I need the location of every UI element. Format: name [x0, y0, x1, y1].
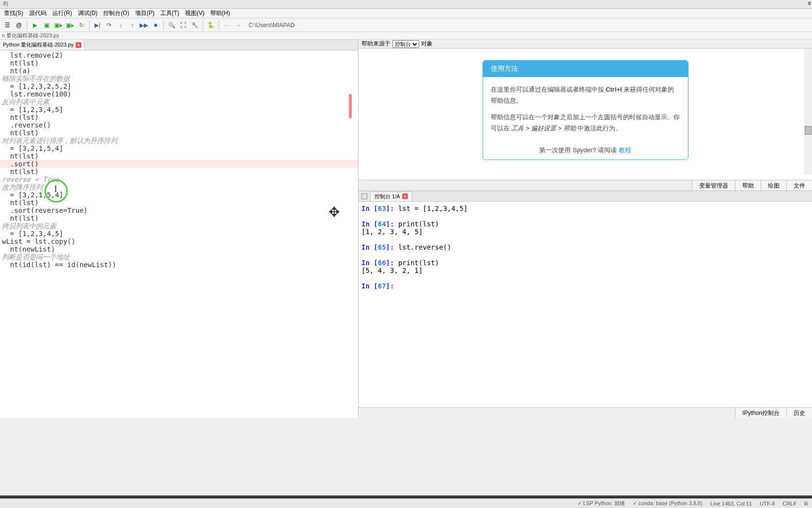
console-footer-tab[interactable]: IPython控制台 — [735, 408, 786, 418]
code-line[interactable]: 拷贝列表中的元素 — [0, 222, 358, 230]
code-line[interactable]: .sort() — [0, 160, 358, 168]
run-selection-icon[interactable]: ▣▸ — [64, 20, 75, 31]
code-line[interactable]: reverse = True — [0, 175, 358, 183]
file-breadcrumb: n 量化编程基础-2023.py — [0, 32, 812, 40]
menu-bar: 查找(S)源代码运行(R)调试(D)控制台(O)项目(P)工具(T)视图(V)帮… — [0, 9, 812, 18]
code-line[interactable]: 判断是否是同一个地址 — [0, 253, 358, 261]
editor-body[interactable]: lst.remove(2) nt(lst) nt(a)移除实际不存在的数据 = … — [0, 50, 358, 418]
text-cursor-icon: I — [54, 184, 57, 194]
editor-pane: Python 量化编程基础-2023.py × ≡ lst.remove(2) … — [0, 40, 359, 418]
help-pane-tab[interactable]: 帮助 — [735, 180, 761, 190]
console-line: In [65]: lst.reverse() — [361, 243, 809, 251]
restart-icon[interactable]: ↻ — [76, 20, 87, 31]
help-pane-tab[interactable]: 绘图 — [761, 180, 786, 190]
separator — [219, 20, 219, 30]
code-line[interactable]: = [3,2,1,5,4] — [0, 144, 358, 152]
console-tab[interactable]: 控制台 1/A × — [370, 191, 412, 201]
code-line[interactable]: nt(lst) — [0, 129, 358, 137]
console-line: In [66]: print(lst) — [361, 259, 809, 267]
menu-item[interactable]: 视图(V) — [182, 8, 207, 18]
code-line[interactable]: .reverse() — [0, 121, 358, 129]
code-line[interactable]: nt(lst) — [0, 199, 358, 206]
menu-item[interactable]: 工具(T) — [157, 8, 182, 18]
help-card-footer: 第一次使用 Spyder? 请阅读 教程 — [483, 141, 688, 159]
python-path-icon[interactable]: 🐍 — [205, 20, 216, 31]
help-body: 使用方法 在这里你可以通过在编辑器或者终端中按 Ctrl+I 来获得任何对象的帮… — [359, 48, 812, 180]
scrollbar-thumb[interactable] — [805, 126, 812, 135]
menu-item[interactable]: 调试(D) — [75, 8, 101, 18]
console-body[interactable]: In [63]: lst = [1,2,3,4,5] In [64]: prin… — [359, 202, 812, 407]
console-line — [361, 251, 809, 259]
restore-icon[interactable] — [361, 193, 367, 199]
outline-icon[interactable]: ☰ — [2, 20, 13, 31]
code-line[interactable]: 改为降序排列 — [0, 183, 358, 191]
help-source-select[interactable]: 控制台 — [392, 40, 419, 48]
code-line[interactable]: nt(lst) — [0, 59, 358, 67]
help-scrollbar[interactable] — [804, 48, 812, 175]
code-line[interactable]: = [1,2,3,4,5] — [0, 230, 358, 238]
code-line[interactable]: lst.remove(100) — [0, 90, 358, 98]
code-line[interactable]: 反向列表中元素 — [0, 98, 358, 106]
code-line[interactable]: nt(lst) — [0, 152, 358, 160]
code-line[interactable]: nt(lst) — [0, 113, 358, 121]
continue-icon[interactable]: ▶▶ — [139, 20, 149, 31]
back-icon[interactable]: ← — [221, 20, 232, 31]
code-line[interactable]: = [3,2,1,5,4] — [0, 191, 358, 199]
code-line[interactable]: nt(newList) — [0, 245, 358, 253]
code-line[interactable]: nt(id(lst) == id(newList)) — [0, 261, 358, 269]
at-icon[interactable]: @ — [14, 20, 24, 31]
preferences-icon[interactable]: 🔧 — [189, 20, 200, 31]
console-line: In [64]: print(lst) — [361, 220, 809, 228]
step-into-icon[interactable]: ↓ — [115, 20, 126, 31]
code-line[interactable]: lst.remove(2) — [0, 51, 358, 59]
stop-debug-icon[interactable]: ■ — [150, 20, 161, 31]
menu-item[interactable]: 控制台(O) — [100, 8, 132, 18]
code-line[interactable]: wList = lst.copy() — [0, 238, 358, 245]
fullscreen-icon[interactable]: ⛶ — [178, 20, 188, 31]
separator — [163, 20, 164, 30]
code-line[interactable]: = [1,2,3,2,5,2] — [0, 82, 358, 90]
code-line[interactable]: = [1,2,3,4,5] — [0, 106, 358, 113]
tabs-menu-icon[interactable]: ≡ — [808, 0, 811, 7]
step-out-icon[interactable]: ↑ — [127, 20, 138, 31]
run-cell-icon[interactable]: ▣ — [41, 20, 52, 31]
run-cell-advance-icon[interactable]: ▣▸ — [53, 20, 63, 31]
menu-item[interactable]: 查找(S) — [1, 8, 26, 18]
help-card-title: 使用方法 — [483, 61, 688, 77]
console-tab-label: 控制台 1/A — [375, 193, 400, 200]
console-tabs: 控制台 1/A × — [359, 191, 812, 202]
console-line — [361, 236, 809, 243]
menu-item[interactable]: 项目(P) — [132, 8, 157, 18]
menu-item[interactable]: 帮助(H) — [207, 8, 233, 18]
editor-tabs: Python 量化编程基础-2023.py × ≡ — [0, 40, 358, 50]
close-console-icon[interactable]: × — [402, 193, 408, 199]
help-pane-tabs: 变量管理器帮助绘图文件 — [359, 180, 812, 191]
close-tab-icon[interactable]: × — [76, 42, 81, 48]
forward-icon[interactable]: → — [233, 20, 244, 31]
help-pane-tab[interactable]: 文件 — [786, 180, 812, 190]
editor-tab[interactable]: Python 量化编程基础-2023.py × — [0, 40, 85, 50]
code-line[interactable]: 移除实际不存在的数据 — [0, 75, 358, 82]
debug-step-icon[interactable]: ▶| — [92, 20, 103, 31]
right-pane: 帮助来源于 控制台 对象 使用方法 在这里你可以通过在编辑器或者终端中按 Ctr… — [359, 40, 812, 418]
help-pane-tab[interactable]: 变量管理器 — [692, 180, 735, 190]
code-line[interactable]: 对列表元素进行排序，默认为升序排列 — [0, 137, 358, 144]
menu-item[interactable]: 源代码 — [26, 8, 49, 18]
encoding-status: UTF-8 — [760, 501, 775, 507]
console-footer-tab[interactable]: 历史 — [786, 408, 812, 418]
code-line[interactable]: .sort(reverse=True) — [0, 206, 358, 214]
cursor-position: Line 1463, Col 11 — [710, 501, 752, 507]
run-icon[interactable]: ▶ — [30, 20, 40, 31]
code-line[interactable]: nt(lst) — [0, 214, 358, 222]
search-icon[interactable]: 🔍 — [166, 20, 177, 31]
tutorial-link[interactable]: 教程 — [619, 146, 631, 154]
pane-splitter[interactable] — [350, 44, 358, 410]
code-line[interactable]: nt(a) — [0, 67, 358, 75]
conda-status: ✓ conda: base (Python 3.8.8) — [633, 500, 703, 507]
console-line — [361, 274, 809, 282]
step-over-icon[interactable]: ↷ — [104, 20, 114, 31]
code-line[interactable]: nt(lst) — [0, 168, 358, 175]
menu-item[interactable]: 运行(R) — [49, 8, 75, 18]
lsp-status: ✓ LSP Python: 就绪 — [578, 500, 625, 507]
console-line: [5, 4, 3, 2, 1] — [361, 267, 809, 274]
